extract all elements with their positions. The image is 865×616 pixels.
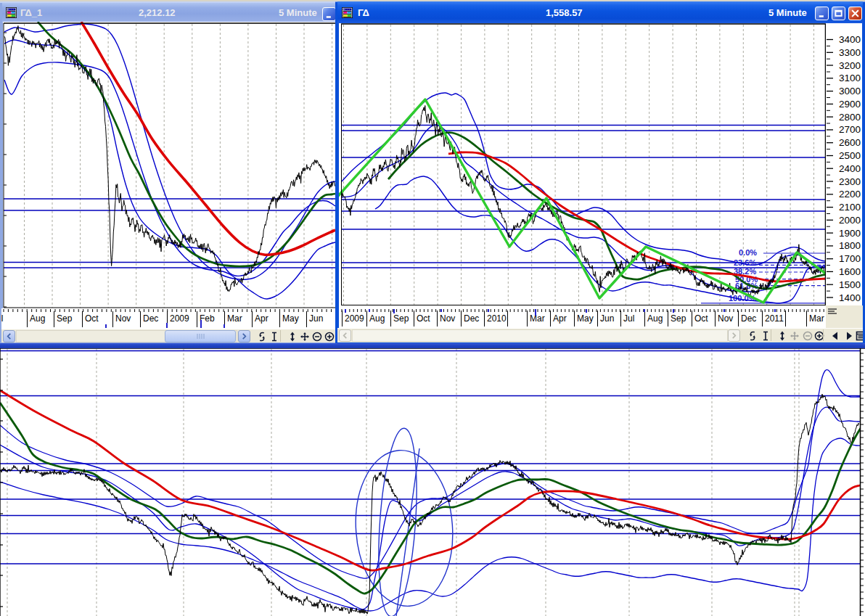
svg-text:0.0%: 0.0% — [739, 248, 757, 257]
svg-text:2800: 2800 — [839, 112, 861, 123]
svg-text:3200: 3200 — [839, 60, 861, 71]
svg-text:2200: 2200 — [839, 189, 861, 200]
svg-text:1900: 1900 — [839, 228, 861, 239]
svg-text:1500: 1500 — [839, 279, 861, 290]
svg-text:1600: 1600 — [839, 266, 861, 277]
svg-text:2600: 2600 — [839, 137, 861, 148]
svg-text:2900: 2900 — [839, 99, 861, 110]
svg-text:1700: 1700 — [839, 253, 861, 264]
svg-text:2700: 2700 — [839, 124, 861, 135]
svg-text:3000: 3000 — [839, 86, 861, 96]
svg-text:2400: 2400 — [839, 163, 861, 174]
svg-text:3100: 3100 — [839, 73, 861, 83]
svg-text:3300: 3300 — [839, 47, 861, 58]
svg-text:2300: 2300 — [839, 176, 861, 187]
svg-text:1800: 1800 — [839, 240, 861, 251]
svg-text:3400: 3400 — [839, 34, 861, 45]
svg-text:1400: 1400 — [839, 292, 861, 303]
svg-text:2100: 2100 — [839, 202, 861, 213]
svg-text:2000: 2000 — [839, 215, 861, 226]
svg-text:2500: 2500 — [839, 150, 861, 161]
